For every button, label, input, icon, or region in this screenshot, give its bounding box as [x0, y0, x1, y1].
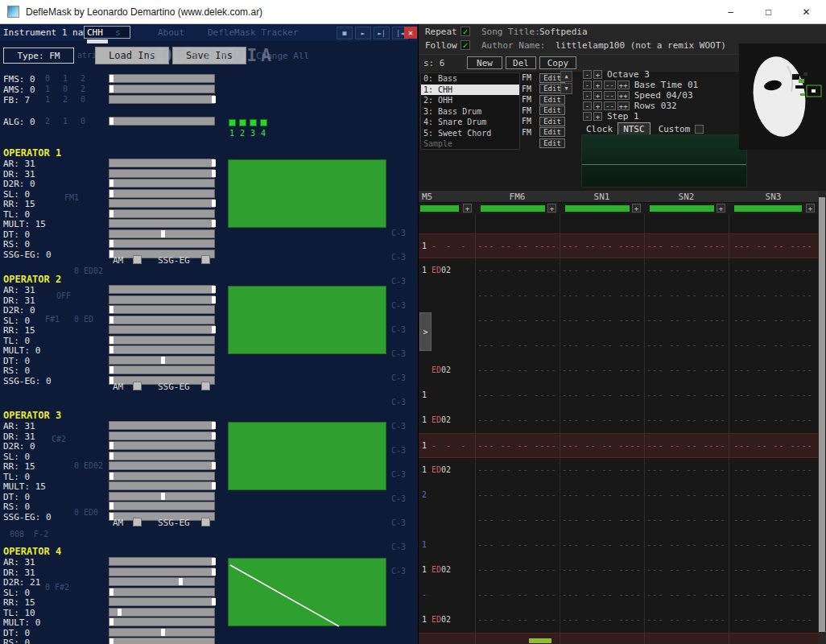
pattern-cell[interactable]: --- -- -- ---- [560, 540, 644, 549]
instrument-list-item[interactable]: 5: Sweet Chord [421, 128, 519, 139]
pattern-cell[interactable]: --- -- -- ---- [560, 465, 644, 474]
pattern-cell[interactable]: --- -- -- ---- [560, 316, 644, 324]
slider[interactable] [109, 356, 215, 365]
menu-item-fragment[interactable]: s [115, 27, 121, 38]
pattern-row-left[interactable]: 2 [422, 490, 432, 499]
slider[interactable] [109, 239, 215, 248]
slider[interactable] [109, 365, 215, 374]
instrument-type-button[interactable]: Type: FM [3, 47, 74, 64]
follow-checkbox[interactable]: ✓ [460, 40, 470, 50]
pattern-cell[interactable]: --- -- -- ---- [644, 415, 729, 424]
pattern-cell[interactable]: --- -- -- ---- [475, 565, 560, 574]
slider[interactable] [109, 481, 215, 490]
slider[interactable] [109, 461, 215, 470]
slider[interactable] [109, 74, 215, 83]
add-effect-column-button[interactable]: + [632, 204, 641, 213]
slider-handle[interactable] [109, 366, 114, 374]
instrument-list-item[interactable]: Sample [421, 138, 519, 150]
slider[interactable] [109, 492, 215, 501]
slider-handle[interactable] [212, 482, 216, 489]
slider[interactable] [109, 441, 215, 450]
pattern-cell[interactable]: --- -- -- ---- [560, 291, 644, 299]
pattern-cell[interactable]: --- -- -- ---- [475, 316, 560, 324]
slider-handle[interactable] [212, 296, 216, 303]
pattern-cell[interactable]: --- -- -- ---- [729, 490, 818, 499]
stepper-button[interactable]: + [593, 112, 602, 121]
pattern-row-left[interactable]: 1 ED02 [422, 565, 451, 574]
pattern-cell[interactable]: --- -- -- ---- [560, 365, 644, 374]
delete-instrument-button[interactable]: Del [506, 56, 536, 69]
slider-handle[interactable] [161, 629, 165, 636]
slider[interactable] [109, 452, 215, 460]
pattern-cell[interactable]: --- -- -- ---- [560, 266, 644, 275]
pattern-cell[interactable]: --- -- -- ---- [644, 341, 729, 349]
instrument-list-item[interactable]: 4: Snare Drum [421, 117, 519, 128]
scroll-down-icon[interactable]: ▼ [560, 83, 572, 94]
stepper-button[interactable]: + [593, 91, 602, 100]
stepper-button[interactable]: - [583, 70, 592, 79]
pattern-cell[interactable]: --- -- -- ---- [729, 291, 818, 299]
pattern-cell[interactable]: --- -- -- ---- [729, 242, 818, 250]
author-name-value[interactable]: littlelamp100 (not a remix WOOT) [555, 40, 726, 51]
edit-instrument-button[interactable]: Edit [539, 138, 565, 148]
pattern-cell[interactable]: --- -- -- ---- [475, 490, 560, 499]
pattern-cell[interactable]: --- -- -- ---- [729, 341, 818, 349]
pattern-cell[interactable]: --- -- -- ---- [560, 490, 644, 499]
pattern-cell[interactable]: --- -- -- ---- [644, 490, 729, 499]
pattern-cell[interactable]: --- -- -- ---- [644, 465, 729, 474]
pattern-cell[interactable]: --- -- -- ---- [729, 641, 818, 644]
stepper-button[interactable]: - [583, 101, 592, 110]
stepper-button[interactable]: - [583, 112, 592, 121]
stepper-button[interactable]: -- [604, 80, 616, 89]
pattern-cell[interactable]: --- -- -- ---- [729, 316, 818, 324]
pattern-cell[interactable]: --- -- -- ---- [560, 441, 644, 450]
slider[interactable] [109, 628, 215, 637]
slider[interactable] [109, 316, 215, 324]
edit-instrument-button[interactable]: Edit [539, 127, 565, 137]
slider-handle[interactable] [118, 609, 122, 616]
ssg-eg-checkbox[interactable] [201, 518, 210, 526]
slider[interactable] [109, 577, 215, 586]
edit-instrument-button[interactable]: Edit [539, 95, 565, 105]
slider[interactable] [109, 588, 215, 597]
pattern-cell[interactable]: --- -- -- ---- [644, 565, 729, 574]
slider-handle[interactable] [109, 316, 114, 324]
pattern-cell[interactable]: --- -- -- ---- [560, 341, 644, 349]
instrument-list-item[interactable]: 2: OHH [421, 95, 519, 106]
pattern-cell[interactable]: --- -- -- ---- [644, 291, 729, 299]
stepper-button[interactable]: + [593, 70, 602, 79]
slider-handle[interactable] [212, 170, 216, 177]
editor-close-icon[interactable]: ✕ [404, 27, 417, 39]
pattern-cell[interactable]: --- -- -- ---- [729, 441, 818, 450]
transport-button[interactable]: ■ [337, 27, 353, 39]
slider-handle[interactable] [212, 286, 216, 293]
pattern-cell[interactable]: --- -- -- ---- [560, 615, 644, 624]
add-effect-column-button[interactable]: + [806, 204, 815, 213]
am-checkbox[interactable] [133, 382, 142, 390]
slider[interactable] [109, 159, 215, 167]
pattern-row-left[interactable]: ED02 [422, 365, 451, 374]
pattern-cell[interactable]: --- -- -- ---- [560, 515, 644, 524]
pattern-cell[interactable]: --- -- -- ---- [475, 341, 560, 349]
slider[interactable] [109, 336, 215, 345]
slider[interactable] [109, 431, 215, 440]
slider-handle[interactable] [212, 558, 216, 565]
maximize-button[interactable]: □ [750, 0, 787, 23]
slider[interactable] [109, 95, 215, 104]
pattern-cell[interactable]: --- -- -- ---- [644, 365, 729, 374]
pattern-cell[interactable]: --- -- -- ---- [644, 641, 729, 644]
stepper-button[interactable]: -- [604, 101, 616, 110]
pattern-row-left[interactable]: - [422, 590, 432, 599]
pattern-row-left[interactable]: 1 ED02 [422, 266, 451, 275]
slider[interactable] [109, 502, 215, 510]
stepper-button[interactable]: ++ [617, 80, 630, 89]
slider-handle[interactable] [212, 598, 216, 605]
pattern-cell[interactable]: --- -- -- ---- [560, 390, 644, 399]
edit-instrument-button[interactable]: Edit [539, 117, 565, 126]
pattern-cell[interactable]: --- -- -- ---- [475, 242, 560, 250]
pattern-cell[interactable]: --- -- -- ---- [475, 415, 560, 424]
alg-operator-led[interactable] [229, 119, 236, 126]
pattern-cell[interactable]: --- -- -- ---- [729, 565, 818, 574]
repeat-checkbox[interactable]: ✓ [460, 27, 470, 36]
menu-item-about[interactable]: About [158, 27, 184, 38]
